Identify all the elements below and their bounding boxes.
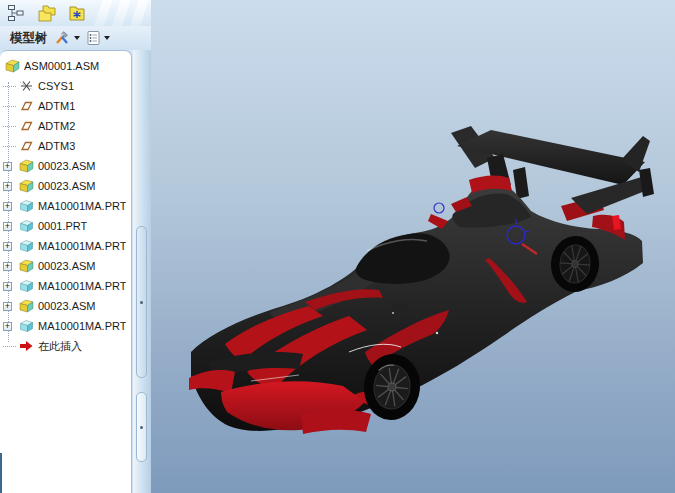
tree-item[interactable]: ADTM1 — [0, 96, 131, 116]
folder-star-icon — [67, 4, 87, 23]
tree-item-label: 00023.ASM — [38, 180, 95, 192]
insert-here-icon — [18, 339, 34, 353]
part-icon — [18, 199, 34, 213]
navigator-toolbar — [0, 0, 151, 26]
panel-title: 模型树 — [10, 30, 48, 47]
part-icon — [18, 219, 34, 233]
expand-toggle[interactable]: + — [3, 262, 12, 271]
tree-connector — [3, 125, 16, 127]
assembly-icon — [4, 59, 20, 73]
part-icon — [18, 319, 34, 333]
tree-item[interactable]: + 00023.ASM — [0, 176, 131, 196]
expand-toggle[interactable]: + — [3, 202, 12, 211]
model-tree-header: 模型树 — [0, 26, 151, 50]
tree-item-label: MA10001MA.PRT — [38, 240, 126, 252]
expand-toggle[interactable]: + — [3, 182, 12, 191]
tree-item[interactable]: + MA10001MA.PRT — [0, 276, 131, 296]
tree-item-label: 00023.ASM — [38, 300, 95, 312]
expand-toggle[interactable]: + — [3, 242, 12, 251]
tree-item[interactable]: CSYS1 — [0, 76, 131, 96]
tree-item[interactable]: + 00023.ASM — [0, 296, 131, 316]
tree-item[interactable]: + MA10001MA.PRT — [0, 236, 131, 256]
car-model — [189, 126, 654, 434]
tree-settings-button[interactable] — [86, 30, 110, 46]
tree-connector — [3, 85, 16, 87]
tree-connector — [3, 105, 16, 107]
tree-tools-button[interactable] — [54, 30, 80, 46]
folder-browser-button[interactable] — [36, 3, 58, 23]
tree-item-label: MA10001MA.PRT — [38, 320, 126, 332]
favorites-button[interactable] — [66, 3, 88, 23]
tree-item-label: CSYS1 — [38, 80, 74, 92]
tools-icon — [54, 30, 71, 46]
assembly-icon — [18, 299, 34, 313]
tree-item[interactable]: + MA10001MA.PRT — [0, 196, 131, 216]
datum-plane-icon — [18, 139, 34, 153]
folders-icon — [36, 4, 58, 23]
part-icon — [18, 279, 34, 293]
hierarchy-icon — [6, 4, 24, 22]
sash-grip-lower[interactable] — [136, 392, 147, 462]
datum-plane-icon — [18, 99, 34, 113]
model-tree-toggle-button[interactable] — [4, 3, 26, 23]
tree-item[interactable]: ADTM2 — [0, 116, 131, 136]
datum-plane-icon — [18, 119, 34, 133]
3d-model-race-car — [151, 0, 675, 493]
model-tree: ASM0001.ASM CSYS1 ADTM1 ADTM2 ADTM3+ 000… — [0, 56, 131, 356]
chevron-down-icon — [104, 36, 110, 40]
window-edge — [0, 453, 2, 493]
tree-item-label: ADTM1 — [38, 100, 75, 112]
assembly-icon — [18, 179, 34, 193]
tree-connector — [3, 345, 16, 347]
expand-toggle[interactable]: + — [3, 162, 12, 171]
expand-toggle[interactable]: + — [3, 282, 12, 291]
part-icon — [18, 239, 34, 253]
expand-toggle[interactable]: + — [3, 222, 12, 231]
csys-icon — [18, 79, 34, 93]
tree-item-label: 00023.ASM — [38, 160, 95, 172]
tree-item-label: 0001.PRT — [38, 220, 87, 232]
tree-item-label: 00023.ASM — [38, 260, 95, 272]
splitter-sash[interactable] — [133, 50, 151, 493]
tree-item-label: ASM0001.ASM — [24, 60, 99, 72]
tree-item-label: ADTM3 — [38, 140, 75, 152]
tree-item[interactable]: + 00023.ASM — [0, 256, 131, 276]
tree-item[interactable]: ADTM3 — [0, 136, 131, 156]
navigator-pane: 模型树 ASM0001.ASM CSYS1 — [0, 0, 151, 493]
tree-item-label: MA10001MA.PRT — [38, 200, 126, 212]
tree-item-label: ADTM2 — [38, 120, 75, 132]
assembly-icon — [18, 159, 34, 173]
expand-toggle[interactable]: + — [3, 302, 12, 311]
tree-item-label: MA10001MA.PRT — [38, 280, 126, 292]
tree-item[interactable]: + MA10001MA.PRT — [0, 316, 131, 336]
list-settings-icon — [86, 30, 101, 46]
tree-item[interactable]: + 00023.ASM — [0, 156, 131, 176]
expand-toggle[interactable]: + — [3, 322, 12, 331]
tree-connector — [3, 145, 16, 147]
sash-grip-upper[interactable] — [136, 226, 147, 378]
tree-item[interactable]: 在此插入 — [0, 336, 131, 356]
model-tree-panel: ASM0001.ASM CSYS1 ADTM1 ADTM2 ADTM3+ 000… — [0, 50, 132, 493]
tree-item-label: 在此插入 — [38, 339, 82, 354]
tree-item[interactable]: + 0001.PRT — [0, 216, 131, 236]
tree-item[interactable]: ASM0001.ASM — [0, 56, 131, 76]
assembly-icon — [18, 259, 34, 273]
chevron-down-icon — [74, 36, 80, 40]
graphics-viewport[interactable] — [151, 0, 675, 493]
